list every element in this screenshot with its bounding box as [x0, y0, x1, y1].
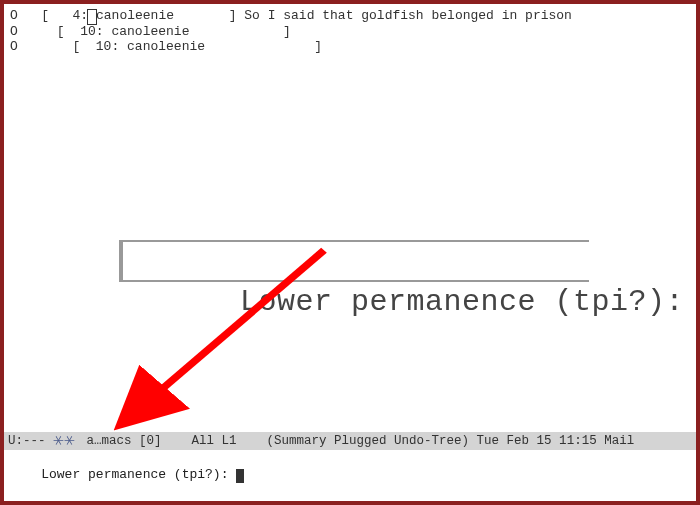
summary-line-subject: ] [314, 39, 322, 54]
point-cursor [88, 10, 96, 24]
summary-line[interactable]: O [ 10: canoleenie ] [10, 24, 690, 40]
summary-line-prefix: O [ 10: [10, 24, 111, 39]
modeline-buffer-name: a…macs [0] [79, 434, 162, 448]
mode-line: U:--- ⚹⚹ a…macs [0] All L1 (Summary Plug… [4, 432, 696, 450]
minibuffer-cursor [236, 469, 244, 483]
summary-line-author: canoleenie [127, 39, 314, 54]
summary-line-subject: ] [283, 24, 291, 39]
minibuffer[interactable]: Lower permanence (tpi?): [4, 450, 696, 501]
summary-line[interactable]: O [ 4:canoleenie ] So I said that goldfi… [10, 8, 690, 24]
modeline-left: U:--- [8, 434, 53, 448]
emacs-frame: O [ 4:canoleenie ] So I said that goldfi… [4, 4, 696, 501]
minibuffer-prompt: Lower permanence (tpi?): [41, 467, 236, 482]
minibuffer-zoom-annotation: Lower permanence (tpi?): [119, 240, 589, 282]
summary-line[interactable]: O [ 10: canoleenie ] [10, 39, 690, 55]
modeline-modes: (Summary Plugged Undo-Tree) [267, 434, 470, 448]
annotation-arrow [4, 4, 696, 432]
modeline-indicator-icon: ⚹⚹ [53, 434, 75, 448]
summary-line-prefix: O [ 4: [10, 8, 88, 23]
modeline-position: All L1 [162, 434, 267, 448]
modeline-trailing: Mail [604, 434, 634, 448]
summary-line-subject: ] So I said that goldfish belonged in pr… [229, 8, 572, 23]
summary-line-author: canoleenie [96, 8, 229, 23]
modeline-datetime: Tue Feb 15 11:15 [469, 434, 604, 448]
summary-buffer[interactable]: O [ 4:canoleenie ] So I said that goldfi… [4, 4, 696, 432]
summary-line-prefix: O [ 10: [10, 39, 127, 54]
summary-line-author: canoleenie [111, 24, 283, 39]
zoom-text: Lower permanence (tpi?): [240, 285, 696, 319]
